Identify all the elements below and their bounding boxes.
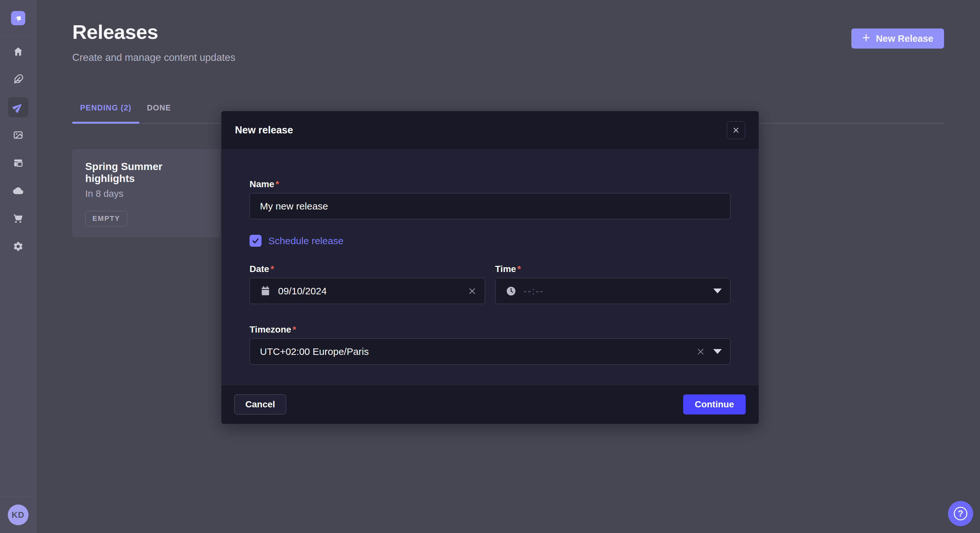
- cancel-button[interactable]: Cancel: [234, 394, 286, 414]
- required-mark: *: [517, 264, 521, 274]
- timezone-label-text: Timezone: [250, 324, 291, 335]
- timezone-field-block: Timezone* UTC+02:00 Europe/Paris: [250, 324, 730, 365]
- date-input[interactable]: 09/10/2024: [250, 278, 485, 304]
- schedule-release-label: Schedule release: [268, 235, 344, 246]
- modal-body: Name* Schedule release Date*: [221, 149, 759, 385]
- caret-down-icon: [713, 349, 722, 354]
- time-label-text: Time: [495, 264, 516, 274]
- time-field-block: Time* --:--: [495, 263, 731, 304]
- modal-header: New release: [221, 111, 759, 149]
- new-release-modal: New release Name* Schedule release Date*: [221, 111, 759, 424]
- x-icon: [468, 287, 476, 295]
- required-mark: *: [275, 179, 279, 189]
- date-label-text: Date: [250, 264, 269, 274]
- name-label: Name*: [250, 179, 730, 190]
- date-value: 09/10/2024: [278, 286, 461, 297]
- continue-button[interactable]: Continue: [683, 394, 746, 414]
- name-label-text: Name: [250, 179, 274, 189]
- name-field-block: Name*: [250, 179, 730, 219]
- clock-icon: [506, 286, 517, 297]
- time-label: Time*: [495, 263, 731, 274]
- timezone-value: UTC+02:00 Europe/Paris: [260, 346, 689, 357]
- name-input[interactable]: [250, 193, 730, 219]
- x-icon: [697, 347, 705, 356]
- modal-footer: Cancel Continue: [221, 385, 759, 424]
- date-field-block: Date* 09/10/2024: [250, 263, 485, 304]
- clear-timezone-button[interactable]: [697, 347, 705, 356]
- time-placeholder: --:--: [524, 286, 705, 297]
- x-icon: [732, 127, 740, 134]
- caret-down-icon: [713, 289, 722, 293]
- schedule-release-toggle[interactable]: Schedule release: [250, 235, 730, 247]
- timezone-select[interactable]: UTC+02:00 Europe/Paris: [250, 338, 730, 365]
- required-mark: *: [270, 264, 274, 274]
- modal-title: New release: [235, 124, 293, 136]
- date-label: Date*: [250, 263, 485, 274]
- close-button[interactable]: [727, 121, 745, 139]
- timezone-label: Timezone*: [250, 324, 730, 335]
- date-time-row: Date* 09/10/2024 Time*: [250, 263, 730, 304]
- required-mark: *: [293, 324, 296, 335]
- time-input[interactable]: --:--: [495, 278, 731, 304]
- calendar-icon: [260, 286, 271, 297]
- checkbox-checked-icon[interactable]: [250, 235, 261, 247]
- clear-date-button[interactable]: [468, 287, 476, 295]
